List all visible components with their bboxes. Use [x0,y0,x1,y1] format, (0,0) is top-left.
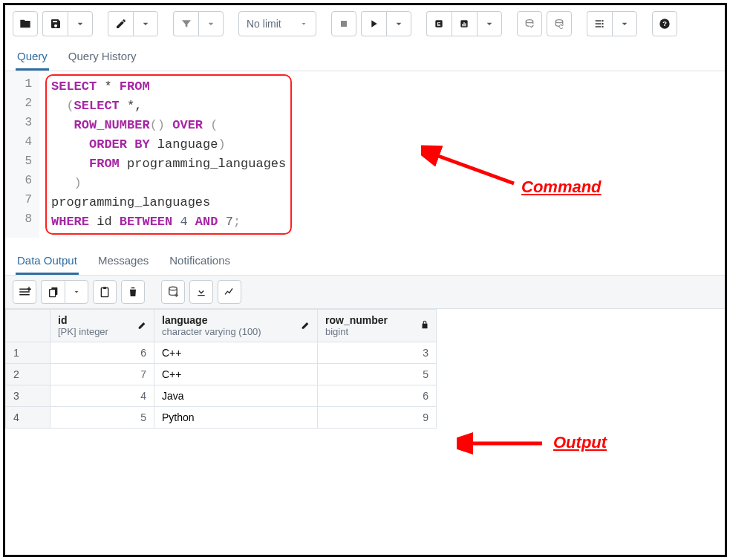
svg-point-7 [526,20,532,23]
explain-button[interactable]: E [426,11,452,36]
svg-rect-11 [596,20,602,21]
main-toolbar: No limit E ? [5,5,725,42]
command-arrow [421,139,518,198]
col-header-language[interactable]: language character varying (100) [154,310,318,342]
save-dropdown[interactable] [68,11,93,36]
grid-corner [6,310,50,342]
commit-button[interactable] [517,11,542,36]
editor-tabs: Query Query History [5,42,725,71]
tab-notifications[interactable]: Notifications [168,247,232,275]
svg-rect-12 [596,23,602,24]
result-tabs: Data Output Messages Notifications [5,247,725,276]
svg-rect-13 [596,26,602,27]
save-data-button[interactable] [161,280,185,304]
limit-label: No limit [247,18,281,30]
svg-text:E: E [437,21,441,27]
copy-dropdown[interactable] [65,280,88,304]
save-button[interactable] [42,11,68,36]
svg-point-16 [602,26,604,27]
svg-rect-4 [463,24,463,26]
svg-rect-6 [466,23,466,26]
edit-icon [301,319,311,332]
chart-button[interactable] [218,280,241,304]
run-dropdown[interactable] [386,11,411,36]
filter-dropdown[interactable] [198,11,224,36]
download-button[interactable] [189,280,213,304]
code-area[interactable]: SELECT * FROM (SELECT *, ROW_NUMBER() OV… [39,71,298,238]
col-header-rownumber[interactable]: row_number bigint [318,310,437,342]
tab-data-output[interactable]: Data Output [16,247,79,275]
table-row[interactable]: 2 7 C++ 5 [6,364,437,385]
explain-dropdown[interactable] [477,11,502,36]
run-button[interactable] [361,11,386,36]
tab-query-history[interactable]: Query History [67,42,138,71]
table-row[interactable]: 4 5 Python 9 [6,407,437,429]
rollback-button[interactable] [547,11,572,36]
svg-point-24 [169,287,177,290]
command-annotation: Command [521,178,602,197]
svg-rect-5 [464,22,465,26]
add-row-button[interactable] [13,280,36,304]
svg-rect-23 [103,287,106,289]
svg-rect-0 [341,21,347,27]
svg-text:?: ? [662,20,667,27]
col-header-id[interactable]: id [PK] integer [50,310,154,342]
svg-point-14 [602,20,604,22]
line-gutter: 12345678 [5,71,39,238]
svg-rect-21 [49,290,55,297]
lock-icon [420,319,430,332]
tab-query[interactable]: Query [16,42,49,71]
table-row[interactable]: 3 4 Java 6 [6,385,437,407]
edit-icon [137,319,148,332]
analyze-button[interactable] [452,11,477,36]
sql-editor[interactable]: 12345678 SELECT * FROM (SELECT *, ROW_NU… [5,71,725,238]
filter-button[interactable] [173,11,198,36]
tab-messages[interactable]: Messages [97,247,150,275]
macros-dropdown[interactable] [612,11,637,36]
help-button[interactable]: ? [652,11,677,36]
result-toolbar [5,276,725,309]
edit-dropdown[interactable] [133,11,158,36]
edit-button[interactable] [108,11,133,36]
svg-line-19 [432,154,514,183]
paste-button[interactable] [93,280,117,304]
output-arrow [457,429,546,458]
stop-button[interactable] [331,11,356,36]
macros-button[interactable] [587,11,612,36]
svg-point-9 [555,20,562,23]
output-annotation: Output [553,433,607,452]
limit-dropdown[interactable]: No limit [238,11,316,36]
delete-button[interactable] [121,280,145,304]
copy-button[interactable] [41,280,65,304]
open-file-button[interactable] [13,11,38,36]
result-grid: id [PK] integer language character varyi… [5,309,437,429]
svg-point-15 [602,23,604,25]
table-row[interactable]: 1 6 C++ 3 [6,342,437,364]
svg-rect-22 [101,288,108,297]
